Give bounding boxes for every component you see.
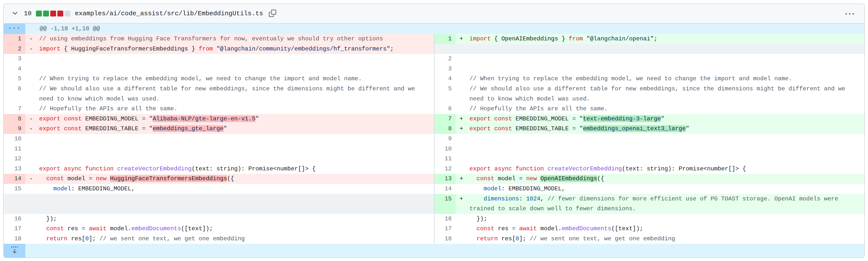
right-line-number[interactable]: 4	[434, 74, 456, 84]
code-token: { HuggingFaceTransformersEmbeddings }	[60, 46, 199, 52]
diffstat-block-added	[36, 10, 42, 17]
diff-sign	[25, 224, 39, 234]
code-token	[537, 175, 540, 182]
code-token	[39, 175, 46, 182]
right-line-number[interactable]: 2	[434, 54, 456, 64]
code-token: const	[494, 125, 512, 132]
diff-row: 43	[4, 64, 864, 74]
code-token	[576, 115, 579, 122]
left-code-line: - const model = new HuggingFaceTransform…	[25, 174, 434, 184]
right-line-number[interactable]: 16	[434, 214, 456, 224]
code-token	[146, 115, 149, 122]
diff-sign	[25, 164, 39, 174]
code-content: export const EMBEDDING_MODEL = "Alibaba-…	[39, 114, 434, 124]
left-line-number[interactable]: 12	[4, 154, 25, 164]
diff-row: 13export async function createVectorEmbe…	[4, 164, 864, 174]
left-line-number[interactable]: 4	[4, 64, 25, 74]
left-line-number[interactable]: 11	[4, 144, 25, 154]
right-line-number[interactable]: 14	[434, 184, 456, 194]
collapse-file-button[interactable]	[10, 9, 20, 18]
left-line-number[interactable]: 8	[4, 114, 25, 124]
code-token: "	[255, 115, 259, 122]
code-content	[469, 54, 864, 64]
right-line-number[interactable]: 7	[434, 114, 456, 124]
expand-down-button[interactable]	[4, 244, 25, 258]
code-content: export const EMBEDDING_MODEL = "text-emb…	[469, 114, 864, 124]
left-line-number[interactable]: 9	[4, 124, 25, 134]
left-code-line	[25, 144, 434, 154]
expand-hunk-button[interactable]: ···	[4, 24, 25, 34]
copy-path-button[interactable]	[268, 9, 277, 19]
left-line-number[interactable]: 18	[4, 234, 25, 244]
code-token: });	[39, 215, 57, 222]
right-line-number[interactable]: 15	[434, 194, 456, 214]
diff-row: 7// Hopefully the APIs are all the same.…	[4, 104, 864, 114]
right-line-number[interactable]: 17	[434, 224, 456, 234]
diff-sign: -	[25, 124, 39, 134]
code-token: // When trying to replace the embedding …	[39, 75, 362, 82]
right-code-line: model: EMBEDDING_MODEL,	[456, 184, 864, 194]
diff-sign	[25, 134, 39, 144]
right-line-number[interactable]: 3	[434, 64, 456, 74]
code-token: ,	[540, 196, 548, 202]
left-code-line: // We should also use a different table …	[25, 84, 434, 104]
right-line-number[interactable]: 11	[434, 154, 456, 164]
hunk-row: ··· @@ -1,18 +1,18 @@	[4, 24, 864, 34]
code-content	[39, 54, 434, 64]
code-token: from	[199, 46, 213, 52]
code-content: // using embeddings from Hugging Face Tr…	[39, 34, 434, 44]
left-line-number[interactable]: 1	[4, 34, 25, 44]
left-line-number[interactable]: 13	[4, 164, 25, 174]
code-token	[469, 225, 476, 232]
code-token: "@langchain/openai"	[586, 35, 654, 42]
right-code-line: export async function createVectorEmbedd…	[456, 164, 864, 174]
left-line-number[interactable]: 2	[4, 44, 25, 54]
left-line-number[interactable]: 14	[4, 174, 25, 184]
left-line-number[interactable]: 15	[4, 184, 25, 194]
diff-row: 1-// using embeddings from Hugging Face …	[4, 34, 864, 44]
file-options-button[interactable]: ⋯	[843, 11, 858, 16]
code-token	[60, 115, 64, 122]
right-line-number[interactable]: 9	[434, 134, 456, 144]
code-token: // we sent one text, we get one embeddin…	[99, 235, 245, 242]
left-line-number[interactable]: 3	[4, 54, 25, 64]
right-line-number[interactable]: 8	[434, 124, 456, 134]
fold-line-decoration	[11, 246, 18, 248]
right-line-number[interactable]: 10	[434, 144, 456, 154]
code-token: async	[64, 166, 82, 172]
right-line-number[interactable]: 6	[434, 104, 456, 114]
code-content: model: EMBEDDING_MODEL,	[469, 184, 864, 194]
code-token: =	[519, 175, 523, 182]
right-line-number[interactable]: 1	[434, 34, 456, 44]
diff-sign	[25, 234, 39, 244]
right-line-number[interactable]: 18	[434, 234, 456, 244]
left-line-number[interactable]: 16	[4, 214, 25, 224]
diff-sign: -	[25, 174, 39, 184]
diff-sign: +	[456, 174, 469, 184]
right-code-line: +export const EMBEDDING_MODEL = "text-em…	[456, 114, 864, 124]
right-code-line	[456, 64, 864, 74]
left-line-number[interactable]: 5	[4, 74, 25, 84]
file-path[interactable]: examples/ai/code_assist/src/lib/Embeddin…	[75, 10, 263, 17]
code-token: model	[494, 175, 519, 182]
left-line-number[interactable]: 7	[4, 104, 25, 114]
code-token: const	[476, 175, 494, 182]
right-line-number[interactable]: 13	[434, 174, 456, 184]
code-content: // Hopefully the APIs are all the same.	[469, 104, 864, 114]
right-line-number[interactable]: 12	[434, 164, 456, 174]
left-line-number[interactable]: 17	[4, 224, 25, 234]
left-line-number[interactable]: 10	[4, 134, 25, 144]
right-line-number[interactable]: 5	[434, 84, 456, 104]
diff-row: 9-export const EMBEDDING_TABLE = "embedd…	[4, 124, 864, 134]
code-content: });	[469, 214, 864, 224]
left-line-number[interactable]: 6	[4, 84, 25, 104]
diff-sign	[456, 54, 469, 64]
right-code-line	[456, 54, 864, 64]
code-token	[469, 196, 484, 202]
code-token: "	[149, 115, 153, 122]
code-token: EMBEDDING_TABLE	[82, 125, 142, 132]
code-token: // We should also use a different table …	[39, 85, 418, 102]
code-token: : EMBEDDING_MODEL,	[501, 185, 565, 192]
code-token	[583, 35, 586, 42]
code-token: res[	[67, 235, 85, 242]
